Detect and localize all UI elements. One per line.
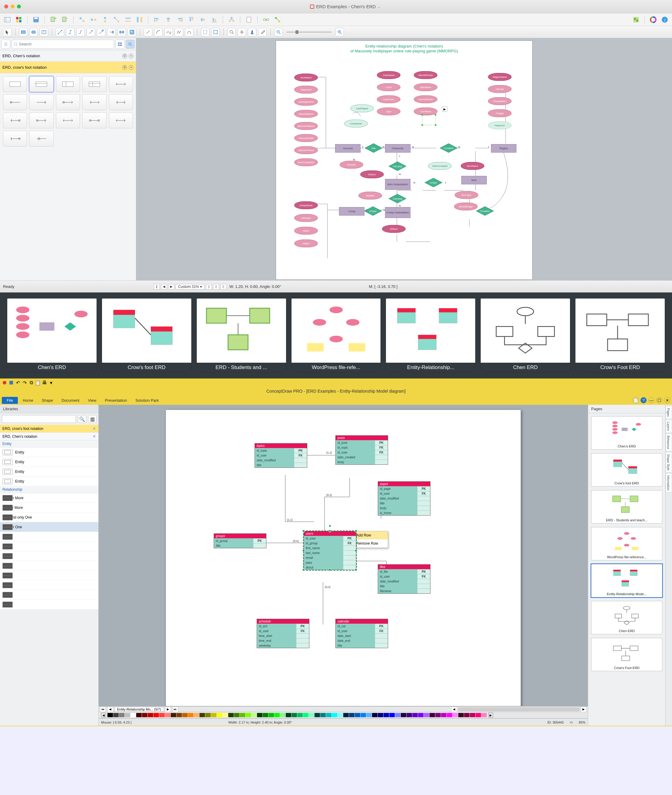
rotate-handle[interactable] xyxy=(329,525,331,527)
library-row[interactable]: ERD, crow's foot notation⦿✕ xyxy=(0,62,136,73)
gallery-thumb[interactable]: WordPress file-refe... xyxy=(291,299,381,373)
swatch[interactable] xyxy=(303,713,309,717)
pan-icon[interactable] xyxy=(238,28,246,36)
align-icon-3[interactable] xyxy=(176,16,184,24)
connector-5-icon[interactable] xyxy=(97,28,106,36)
menu-item[interactable]: Solution Park xyxy=(131,397,163,404)
next-page-icon[interactable]: ▶ xyxy=(168,284,174,290)
swatch[interactable] xyxy=(430,713,435,717)
library-row[interactable]: ERD, Chen's notation⦿✕ xyxy=(0,50,136,62)
search-button-icon[interactable] xyxy=(126,40,135,49)
swatch[interactable] xyxy=(217,713,222,717)
shape-stencil[interactable] xyxy=(29,94,53,110)
lib-close-icon[interactable]: ✕ xyxy=(129,54,133,58)
selection-handle[interactable] xyxy=(355,549,357,552)
layout-icon-5[interactable] xyxy=(124,16,132,24)
shape-stencil[interactable] xyxy=(29,113,53,128)
swatch[interactable] xyxy=(182,713,188,717)
tab-next-icon[interactable]: ▶ xyxy=(165,707,171,712)
swatch[interactable] xyxy=(251,713,257,717)
section-entity[interactable]: Entity xyxy=(0,440,98,448)
db-table-calendar[interactable]: calendarid_calPKid_userFKdate_startdate_… xyxy=(335,619,388,648)
help-doc-icon[interactable]: 📄 xyxy=(633,397,639,403)
swatch[interactable] xyxy=(320,713,326,717)
connector-1-icon[interactable] xyxy=(56,28,64,36)
swatch[interactable] xyxy=(343,713,349,717)
shape-stencil[interactable] xyxy=(82,94,106,110)
maximize-icon[interactable] xyxy=(17,5,21,8)
save-icon[interactable] xyxy=(32,16,40,24)
page-thumb[interactable]: Crow's Foot ERD xyxy=(591,638,662,671)
gallery-thumb[interactable]: Chen's ERD xyxy=(7,299,96,373)
ctx-remove-row[interactable]: Remove Row xyxy=(352,539,388,548)
scroll-grip-icon[interactable]: ‖ xyxy=(154,284,160,290)
layout-icon-1[interactable] xyxy=(78,16,86,24)
swatch[interactable] xyxy=(309,713,314,717)
connector-icon[interactable] xyxy=(274,16,282,24)
side-tab[interactable]: Layers xyxy=(666,420,672,433)
shape-stencil[interactable] xyxy=(82,113,106,128)
mdi-min-icon[interactable]: — xyxy=(648,397,654,403)
swatch[interactable] xyxy=(366,713,372,717)
qat-dropdown-icon[interactable]: ▾ xyxy=(48,380,54,386)
swatch[interactable] xyxy=(406,713,412,717)
scroll-right-icon[interactable]: ▶ xyxy=(581,707,587,712)
page-tab[interactable]: Entity-Relationship Mo... (5/7) xyxy=(114,707,164,712)
gallery-thumb[interactable]: Chen ERD xyxy=(481,299,570,373)
edit-points-icon[interactable] xyxy=(201,28,210,36)
swatch[interactable] xyxy=(269,713,274,717)
win-canvas[interactable]: (0,n) (1,1) (0,1) (1,1) (0,n) (0,1) (0,n… xyxy=(99,405,588,706)
shape-stencil[interactable] xyxy=(109,113,133,128)
h-scrollbar[interactable] xyxy=(458,707,579,711)
align-icon-4[interactable] xyxy=(187,16,195,24)
menu-item[interactable]: Shape xyxy=(38,397,58,404)
ellipse-tool-icon[interactable] xyxy=(29,28,38,36)
shape-stencil[interactable] xyxy=(3,76,27,92)
text-tool-icon[interactable]: T xyxy=(40,28,48,36)
swatch[interactable] xyxy=(475,713,481,717)
swatch[interactable] xyxy=(291,713,297,717)
color-picker-icon[interactable] xyxy=(14,16,23,24)
swatch[interactable] xyxy=(107,713,113,717)
lib-item-rel[interactable]: M:1 xyxy=(0,542,98,551)
palette-next-icon[interactable]: ▶ xyxy=(488,713,493,718)
connector-2-icon[interactable] xyxy=(66,28,74,36)
swatch[interactable] xyxy=(280,713,285,717)
align-icon-6[interactable] xyxy=(210,16,219,24)
side-tab[interactable]: Shape Style xyxy=(666,452,672,473)
file-menu[interactable]: File xyxy=(2,397,18,404)
lib-item-entity[interactable]: Entity xyxy=(0,467,98,477)
tab-last-icon[interactable]: ⏭ xyxy=(172,707,178,712)
align-icon-2[interactable] xyxy=(164,16,173,24)
swatch[interactable] xyxy=(171,713,176,717)
swatch[interactable] xyxy=(378,713,383,717)
tree-icon[interactable] xyxy=(227,16,236,24)
win-lib-row[interactable]: ERD, Chen's notation✕ xyxy=(0,433,98,440)
stamp-icon[interactable] xyxy=(248,28,256,36)
lib-lock-icon[interactable]: ⦿ xyxy=(122,65,127,70)
app-icon[interactable] xyxy=(2,380,7,386)
section-relationship[interactable]: Relationship xyxy=(0,486,98,493)
lib-lock-icon[interactable]: ⦿ xyxy=(122,54,127,58)
tab-first-icon[interactable]: ⏮ xyxy=(100,707,106,712)
copy-icon[interactable]: ⧉ xyxy=(29,380,34,386)
lib-item-rel[interactable]: Zero or One xyxy=(0,522,98,532)
rect-tool-icon[interactable] xyxy=(19,28,27,36)
swatch[interactable] xyxy=(297,713,303,717)
layout-icon-2[interactable] xyxy=(89,16,98,24)
swatch[interactable] xyxy=(136,713,142,717)
mac-canvas[interactable]: Entity-relationship diagram (Chen's nota… xyxy=(136,38,672,280)
edit-segments-icon[interactable] xyxy=(211,28,220,36)
swatch[interactable] xyxy=(412,713,418,717)
selection-handle[interactable] xyxy=(329,569,331,571)
lib-item-rel[interactable]: M:M xyxy=(0,590,98,600)
shape-stencil[interactable] xyxy=(109,94,133,110)
swatch[interactable] xyxy=(125,713,130,717)
map-icon[interactable] xyxy=(632,16,640,24)
save-icon[interactable] xyxy=(8,380,14,386)
zoom-slider[interactable] xyxy=(286,32,332,33)
swatch[interactable] xyxy=(119,713,125,717)
db-table-schedule[interactable]: scheduleid_schPKid_userFKtime_starttime_… xyxy=(257,619,309,648)
fit-3-icon[interactable]: ▯ xyxy=(220,284,226,290)
shape-stencil[interactable] xyxy=(3,131,27,147)
